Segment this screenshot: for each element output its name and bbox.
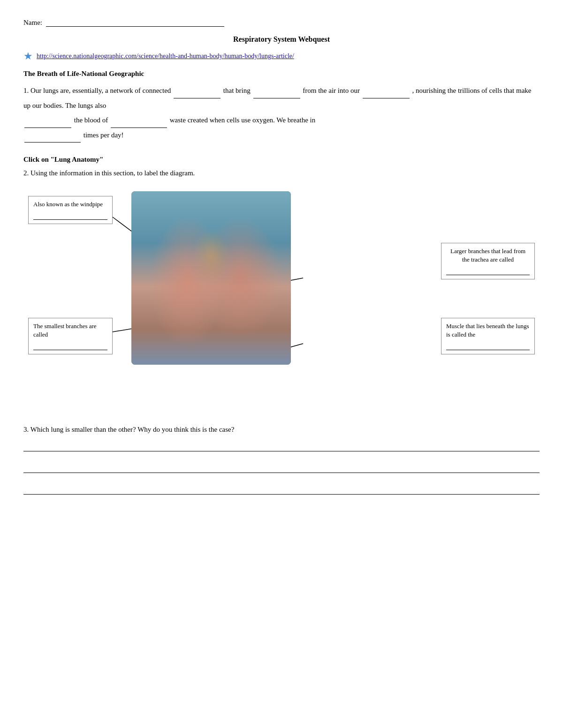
diagram-section: Also known as the windpipe The smallest … — [23, 187, 540, 412]
windpipe-label-text: Also known as the windpipe — [33, 201, 103, 208]
svg-point-7 — [195, 221, 279, 338]
answer-line-1[interactable] — [23, 443, 540, 451]
click-section: Click on "Lung Anatomy" 2. Using the inf… — [23, 156, 540, 177]
svg-line-11 — [178, 257, 192, 273]
larger-label-text: Larger branches that lead from the trach… — [450, 248, 525, 263]
svg-point-25 — [218, 238, 253, 287]
svg-rect-4 — [131, 191, 291, 365]
svg-line-13 — [169, 273, 178, 290]
section1-title: The Breath of Life-National Geographic — [23, 70, 540, 78]
svg-line-10 — [211, 238, 232, 255]
question2-intro: 2. Using the information in this section… — [23, 169, 540, 177]
muscle-answer-line[interactable] — [446, 344, 530, 350]
q1-blank3[interactable] — [363, 91, 410, 98]
windpipe-answer-line[interactable] — [33, 213, 107, 220]
q1-blank5[interactable] — [111, 120, 167, 128]
lung-svg — [131, 191, 291, 365]
label-box-larger: Larger branches that lead from the trach… — [441, 243, 535, 279]
svg-line-12 — [192, 257, 199, 275]
lung-diagram-image — [131, 191, 291, 365]
q1-text6: waste created when cells use oxygen. We … — [170, 116, 315, 124]
star-icon: ★ — [23, 50, 33, 62]
q1-text2: that bring — [223, 87, 252, 94]
svg-line-21 — [176, 292, 182, 308]
q1-text5: the blood of — [74, 116, 110, 124]
q1-text1: Our lungs are, essentially, a network of… — [30, 87, 173, 94]
q1-text3: from the air into our — [303, 87, 361, 94]
name-underline[interactable] — [46, 19, 224, 27]
svg-line-16 — [225, 255, 232, 273]
label-box-muscle: Muscle that lies beneath the lungs is ca… — [441, 318, 535, 354]
smallest-label-text: The smallest branches are called — [33, 323, 97, 338]
svg-line-20 — [169, 290, 174, 306]
q1-blank4[interactable] — [24, 120, 71, 128]
larger-answer-line[interactable] — [446, 269, 530, 275]
label-box-windpipe: Also known as the windpipe — [28, 196, 113, 224]
svg-line-15 — [232, 255, 244, 271]
q1-text7: times per day! — [84, 131, 124, 139]
answer-lines-block — [23, 443, 540, 495]
page-title: Respiratory System Webquest — [23, 35, 540, 44]
svg-point-23 — [138, 339, 284, 365]
q1-number: 1. — [23, 87, 29, 94]
smallest-answer-line[interactable] — [33, 344, 107, 350]
answer-line-2[interactable] — [23, 465, 540, 473]
question1-block: 1. Our lungs are, essentially, a network… — [23, 83, 540, 143]
q1-blank1[interactable] — [174, 91, 221, 98]
svg-line-18 — [244, 271, 248, 291]
label-box-smallest: The smallest branches are called — [28, 318, 113, 354]
muscle-label-text: Muscle that lies beneath the lungs is ca… — [446, 323, 529, 338]
svg-point-5 — [136, 198, 286, 358]
svg-point-24 — [166, 238, 198, 290]
svg-line-2 — [291, 278, 303, 280]
svg-line-17 — [244, 271, 253, 287]
answer-line-3[interactable] — [23, 486, 540, 495]
section2-title: Click on "Lung Anatomy" — [23, 156, 540, 164]
question3-text: 3. Which lung is smaller than the other?… — [23, 426, 234, 433]
q1-blank2[interactable] — [253, 91, 300, 98]
name-label: Name: — [23, 19, 42, 26]
svg-line-14 — [178, 273, 182, 292]
link-row: ★ http://science.nationalgeographic.com/… — [23, 50, 540, 62]
q1-blank6[interactable] — [24, 135, 81, 143]
svg-rect-8 — [205, 201, 216, 238]
svg-line-9 — [192, 238, 211, 257]
name-field: Name: — [23, 19, 540, 27]
svg-point-6 — [150, 219, 225, 341]
question3-block: 3. Which lung is smaller than the other?… — [23, 426, 540, 434]
svg-point-26 — [197, 286, 225, 322]
svg-line-19 — [162, 290, 169, 304]
svg-line-22 — [182, 292, 187, 309]
website-link[interactable]: http://science.nationalgeographic.com/sc… — [37, 53, 294, 60]
